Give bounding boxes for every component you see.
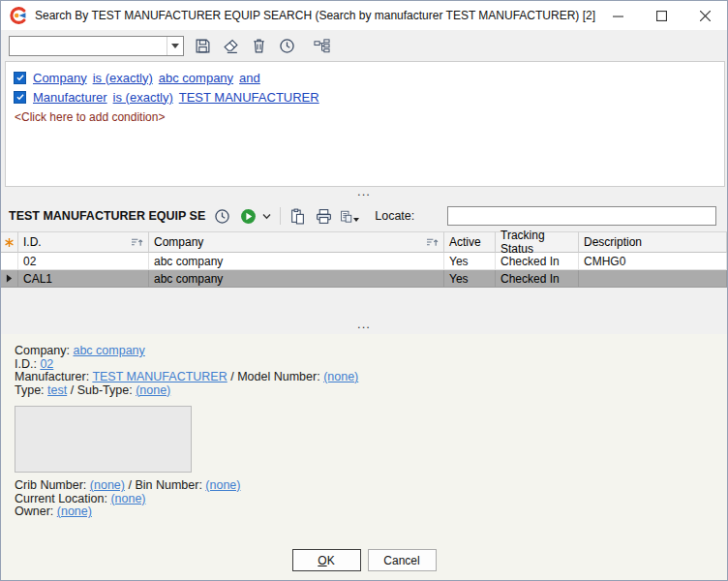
grid-header-row: I.D. Company Active Tracking Status Desc…	[1, 231, 727, 253]
detail-owner-line: Owner: (none)	[15, 505, 717, 519]
type-label: Type:	[15, 383, 45, 397]
close-button[interactable]	[683, 1, 727, 30]
current-row-arrow-icon	[6, 274, 13, 283]
cell-tracking[interactable]: Checked In	[496, 270, 579, 288]
condition-value-link[interactable]: abc company	[159, 71, 233, 85]
current-location-label: Current Location:	[15, 492, 107, 505]
clear-eraser-icon[interactable]	[221, 36, 240, 55]
saved-search-combobox-value	[10, 37, 167, 55]
title-bar: Search By TEST MANUFACTURER EQUIP SEARCH…	[1, 1, 727, 30]
results-header: TEST MANUFACTURER EQUIP SE	[1, 202, 727, 229]
subtype-label: / Sub-Type:	[71, 383, 133, 397]
delete-trash-icon[interactable]	[249, 36, 268, 55]
cancel-button[interactable]: Cancel	[368, 549, 437, 571]
print-icon[interactable]	[314, 206, 333, 226]
search-toolbar	[1, 30, 727, 61]
cell-description[interactable]	[579, 270, 727, 288]
cell-active[interactable]: Yes	[444, 270, 496, 288]
detail-crib-line: Crib Number: (none) / Bin Number: (none)	[15, 479, 717, 493]
cell-active[interactable]: Yes	[444, 253, 496, 270]
row-indicator-cell	[1, 253, 18, 270]
subtype-link[interactable]: (none)	[136, 383, 170, 397]
table-row-selected[interactable]: CAL1 abc company Yes Checked In	[1, 270, 727, 288]
cell-id[interactable]: 02	[18, 253, 149, 270]
type-link[interactable]: test	[47, 383, 67, 397]
design-layout-icon[interactable]	[312, 36, 331, 55]
cell-company[interactable]: abc company	[149, 253, 444, 270]
row-indicator-header	[1, 231, 18, 253]
manufacturer-link[interactable]: TEST MANUFACTURER	[92, 370, 227, 383]
splitter-handle[interactable]: ...	[1, 188, 727, 201]
company-link[interactable]: abc company	[73, 344, 144, 357]
item-detail-panel: Company: abc company I.D.: 02 Manufactur…	[1, 334, 727, 581]
id-label: I.D.:	[15, 357, 37, 371]
owner-label: Owner:	[15, 505, 53, 518]
window-title: Search By TEST MANUFACTURER EQUIP SEARCH…	[35, 9, 595, 22]
crib-number-label: Crib Number:	[15, 478, 86, 492]
current-location-link[interactable]: (none)	[110, 492, 145, 505]
cell-description[interactable]: CMHG0	[579, 253, 727, 270]
detail-company-line: Company: abc company	[15, 345, 717, 358]
export-icon[interactable]	[340, 206, 359, 226]
maximize-button[interactable]	[640, 1, 683, 30]
model-number-label: / Model Number:	[230, 370, 319, 383]
table-row[interactable]: 02 abc company Yes Checked In CMHG0	[1, 253, 727, 270]
app-logo-icon	[10, 7, 27, 24]
run-options-chevron-icon[interactable]	[260, 206, 272, 226]
combobox-dropdown-icon[interactable]	[167, 37, 183, 55]
condition-conjunction-link[interactable]: and	[239, 71, 260, 85]
bin-number-label: / Bin Number:	[128, 478, 201, 492]
owner-link[interactable]: (none)	[57, 505, 92, 518]
sort-icon[interactable]	[426, 237, 439, 248]
manufacturer-label: Manufacturer:	[15, 370, 89, 383]
detail-id-line: I.D.: 02	[15, 358, 717, 372]
export-dropdown-icon[interactable]	[353, 218, 359, 222]
detail-location-line: Current Location: (none)	[15, 493, 717, 506]
model-number-link[interactable]: (none)	[323, 370, 358, 383]
condition-operator-link[interactable]: is (exactly)	[93, 71, 153, 85]
history-clock-icon[interactable]	[212, 206, 231, 226]
minimize-button[interactable]	[596, 1, 640, 30]
column-header-id[interactable]: I.D.	[18, 231, 149, 253]
ok-button[interactable]: OK	[292, 549, 361, 571]
column-header-tracking-status[interactable]: Tracking Status	[496, 231, 579, 253]
bin-number-link[interactable]: (none)	[205, 478, 240, 492]
condition-row: Company is (exactly) abc company and	[14, 68, 716, 87]
condition-operator-link[interactable]: is (exactly)	[113, 90, 173, 105]
toolbar-separator	[280, 207, 281, 225]
add-condition-link[interactable]: <Click here to add condition>	[15, 110, 716, 124]
row-indicator-cell	[1, 270, 18, 288]
window-controls	[596, 1, 727, 30]
results-title: TEST MANUFACTURER EQUIP SE	[9, 209, 205, 223]
cell-id[interactable]: CAL1	[18, 270, 149, 288]
condition-value-link[interactable]: TEST MANUFACTURER	[179, 90, 319, 105]
run-search-play-icon[interactable]	[238, 206, 258, 226]
dialog-footer: OK Cancel	[1, 549, 727, 571]
history-clock-icon[interactable]	[277, 36, 296, 55]
condition-checkbox[interactable]	[14, 91, 26, 104]
cell-company[interactable]: abc company	[149, 270, 444, 288]
paste-icon[interactable]	[288, 206, 307, 226]
condition-builder-panel: Company is (exactly) abc company and Man…	[5, 61, 725, 187]
item-image-placeholder	[15, 406, 192, 473]
locate-input[interactable]	[447, 206, 716, 226]
detail-manufacturer-line: Manufacturer: TEST MANUFACTURER / Model …	[15, 371, 717, 384]
column-header-active[interactable]: Active	[444, 231, 496, 253]
condition-row: Manufacturer is (exactly) TEST MANUFACTU…	[14, 87, 716, 107]
save-icon[interactable]	[193, 36, 212, 55]
saved-search-combobox[interactable]	[9, 36, 184, 56]
company-label: Company:	[15, 344, 70, 357]
condition-checkbox[interactable]	[14, 72, 26, 84]
locate-label: Locate:	[375, 209, 414, 223]
search-dialog-window: Search By TEST MANUFACTURER EQUIP SEARCH…	[0, 0, 728, 581]
condition-field-link[interactable]: Company	[33, 71, 87, 85]
column-header-description[interactable]: Description	[579, 231, 727, 253]
cell-tracking[interactable]: Checked In	[496, 253, 579, 270]
crib-number-link[interactable]: (none)	[90, 478, 125, 492]
condition-field-link[interactable]: Manufacturer	[33, 90, 107, 105]
splitter-handle[interactable]: ...	[1, 321, 727, 334]
column-header-company[interactable]: Company	[149, 231, 444, 253]
sort-icon[interactable]	[131, 237, 143, 248]
detail-type-line: Type: test / Sub-Type: (none)	[15, 384, 717, 398]
id-link[interactable]: 02	[40, 357, 53, 371]
